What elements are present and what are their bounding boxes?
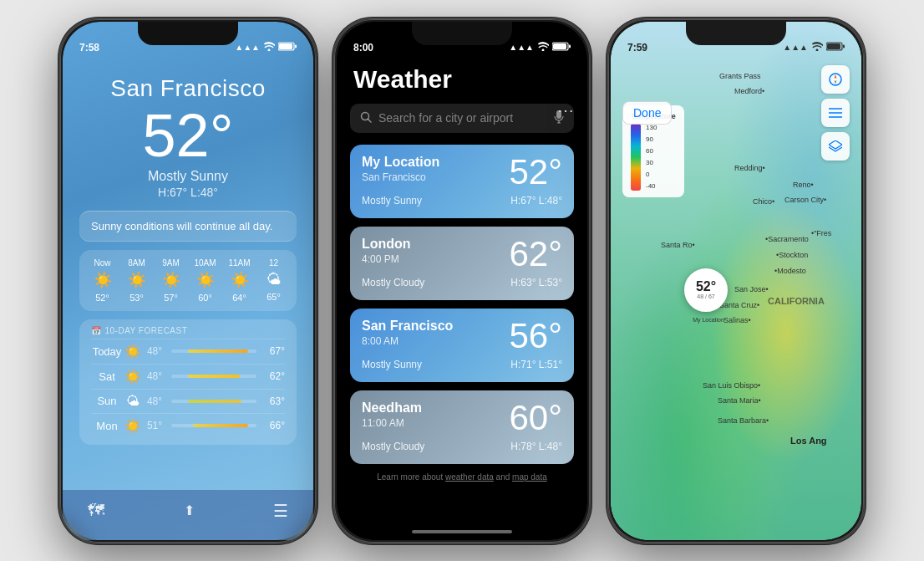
hour-item-3: 10AM ☀️ 60° [189, 258, 221, 303]
list-view-button[interactable] [821, 99, 850, 127]
hi-lo-1: H:67° L:48° [79, 186, 297, 199]
weather-footer: Learn more about weather data and map da… [350, 472, 574, 482]
temperature-1: 52° [79, 105, 297, 166]
svg-rect-4 [553, 43, 566, 49]
more-button[interactable]: ⋯ [557, 100, 574, 120]
signal-icon-1: ▲▲▲ [235, 43, 260, 52]
search-placeholder: Search for a city or airport [378, 111, 547, 125]
svg-marker-16 [835, 80, 837, 84]
hourly-row: Now ☀️ 52° 8AM ☀️ 53° 9AM ☀️ 57° [86, 258, 290, 303]
hour-item-5: 12 🌤 65° [257, 258, 290, 302]
city-name-1: San Francisco [79, 75, 297, 102]
map-label-california: CALIFORNIA [768, 296, 825, 306]
location-icon[interactable]: ⬆ [184, 502, 195, 518]
time-2: 8:00 [353, 42, 373, 54]
signal-icon-2: ▲▲▲ [509, 43, 534, 52]
map-label-modesto: •Modesto [774, 267, 806, 275]
card-top-1: My Location San Francisco 52° [362, 155, 562, 190]
phone-2: 8:00 ▲▲▲ Weather ⋯ [333, 18, 591, 544]
battery-icon-3 [826, 42, 845, 54]
phone1-toolbar: 🗺 ⬆ ☰ [63, 490, 313, 540]
sunny-banner: Sunny conditions will continue all day. [79, 211, 297, 242]
map-right-tools [821, 65, 850, 161]
map-label-santa-rosa: Santa Ro• [661, 241, 695, 249]
map-label-reno: Reno• [793, 181, 814, 189]
condition-1: Mostly Sunny [79, 169, 297, 184]
weather-title: Weather [353, 65, 574, 94]
phone1-screen: 7:58 ▲▲▲ San Francisco 52° Mostly Sunny … [63, 22, 313, 540]
forecast-row-1: Sat ☀️ 48° 62° [91, 364, 285, 389]
hour-item-0: Now ☀️ 52° [86, 258, 119, 303]
temperature-pin: 52° 48 / 67 My Location [684, 268, 728, 312]
map-label-stockton: •Stockton [776, 251, 808, 259]
battery-icon-1 [278, 42, 297, 54]
search-icon [360, 111, 372, 125]
layers-button[interactable] [821, 132, 850, 161]
done-button[interactable]: Done [622, 101, 672, 125]
search-bar[interactable]: Search for a city or airport [350, 104, 574, 133]
svg-marker-20 [829, 140, 842, 149]
map-label-san-jose: San Jose• [734, 285, 769, 293]
weather-card-sf[interactable]: San Francisco 8:00 AM 56° Mostly Sunny H… [350, 309, 574, 382]
status-icons-2: ▲▲▲ [509, 42, 571, 54]
weather-card-my-location[interactable]: My Location San Francisco 52° Mostly Sun… [350, 145, 574, 218]
time-1: 7:58 [79, 42, 99, 54]
wifi-icon-1 [263, 42, 275, 54]
hourly-forecast: Now ☀️ 52° 8AM ☀️ 53° 9AM ☀️ 57° [79, 250, 297, 311]
forecast-row-2: Sun 🌤 48° 63° [91, 389, 285, 413]
map-label-los-angeles: Los Ang [790, 436, 827, 446]
status-icons-1: ▲▲▲ [235, 42, 297, 54]
svg-rect-2 [295, 44, 297, 48]
wifi-icon-3 [811, 42, 823, 54]
wifi-icon-2 [537, 42, 549, 54]
compass-button[interactable] [821, 65, 850, 94]
phone3-screen: Grants Pass Medford• Redding• Chico• Ren… [611, 22, 861, 540]
svg-rect-13 [843, 44, 845, 48]
forecast-row-3: Mon ☀️ 51° 66° [91, 413, 285, 438]
phone-3: Grants Pass Medford• Redding• Chico• Ren… [607, 18, 866, 544]
card-top-4: Needham 11:00 AM 60° [362, 400, 562, 436]
map-icon[interactable]: 🗺 [88, 501, 104, 520]
list-icon[interactable]: ☰ [273, 501, 288, 521]
hour-item-1: 8AM ☀️ 53° [120, 258, 153, 303]
card-top-3: San Francisco 8:00 AM 56° [362, 319, 562, 354]
signal-icon-3: ▲▲▲ [783, 43, 808, 52]
hour-item-2: 9AM ☀️ 57° [155, 258, 187, 303]
time-3: 7:59 [627, 42, 647, 54]
notch [138, 22, 238, 45]
weather-card-london[interactable]: London 4:00 PM 62° Mostly Cloudy H:63° L… [350, 227, 574, 300]
map-label-santa-cruz: Santa Cruz• [719, 301, 759, 309]
forecast-panel: 📅 10-DAY FORECAST Today ☀️ 48° 67° Sat [79, 319, 297, 445]
map-label-sacramento: •Sacramento [765, 235, 809, 243]
weather-data-link[interactable]: weather data [445, 472, 494, 482]
forecast-row-0: Today ☀️ 48° 67° [91, 339, 285, 364]
phone1-content: San Francisco 52° Mostly Sunny H:67° L:4… [63, 59, 313, 445]
home-indicator-2 [412, 530, 512, 533]
map-data-link[interactable]: map data [512, 472, 547, 482]
map-label-carson-city: Carson City• [784, 196, 826, 204]
phone2-content: Weather ⋯ Search for a city or airport [337, 59, 587, 540]
map-label-chico: Chico• [753, 197, 774, 206]
weather-card-needham[interactable]: Needham 11:00 AM 60° Mostly Cloudy H:78°… [350, 390, 574, 464]
map-header: Done [611, 59, 861, 167]
map-label-fresno: •"Fres [811, 229, 831, 237]
svg-line-7 [368, 119, 372, 122]
svg-rect-12 [827, 43, 840, 49]
svg-rect-5 [569, 44, 571, 48]
notch-3 [686, 22, 786, 45]
card-top-2: London 4:00 PM 62° [362, 237, 562, 272]
map-label-santa-barbara: Santa Barbara• [718, 416, 769, 425]
phone-1: 7:58 ▲▲▲ San Francisco 52° Mostly Sunny … [58, 18, 317, 544]
svg-rect-1 [279, 43, 292, 49]
phone2-screen: 8:00 ▲▲▲ Weather ⋯ [337, 22, 587, 540]
map-label-santa-maria: Santa Maria• [718, 396, 761, 405]
hour-item-4: 11AM ☀️ 64° [223, 258, 256, 303]
notch-2 [412, 22, 512, 45]
battery-icon-2 [552, 42, 571, 54]
forecast-header: 📅 10-DAY FORECAST [91, 326, 285, 335]
map-label-san-luis-obispo: San Luis Obispo• [703, 381, 760, 390]
svg-marker-15 [835, 74, 837, 79]
